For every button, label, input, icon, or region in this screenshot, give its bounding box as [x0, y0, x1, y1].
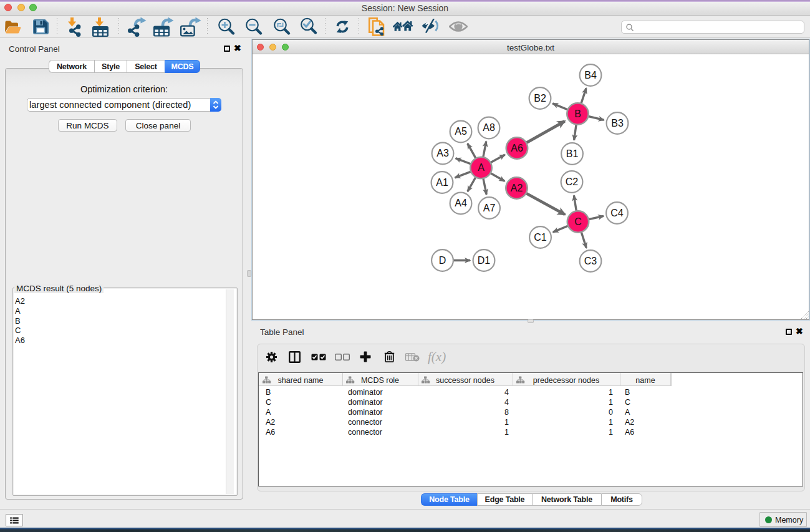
- svg-text:B4: B4: [584, 70, 597, 80]
- svg-text:A1: A1: [436, 177, 448, 188]
- svg-text:A8: A8: [483, 122, 495, 133]
- svg-text:B: B: [574, 109, 581, 119]
- svg-text:A7: A7: [483, 203, 496, 213]
- svg-text:C2: C2: [566, 177, 579, 187]
- svg-text:C3: C3: [584, 256, 597, 266]
- svg-text:B1: B1: [566, 148, 579, 159]
- svg-text:A2: A2: [511, 183, 523, 193]
- svg-text:A3: A3: [436, 148, 449, 158]
- svg-text:C4: C4: [610, 208, 624, 218]
- svg-text:D: D: [439, 255, 446, 266]
- svg-text:A: A: [478, 162, 485, 173]
- svg-text:A5: A5: [455, 126, 467, 137]
- svg-text:B2: B2: [534, 93, 546, 104]
- svg-text:A4: A4: [455, 198, 467, 208]
- svg-text:D1: D1: [478, 255, 491, 266]
- svg-text:A6: A6: [511, 143, 523, 153]
- svg-text:B3: B3: [611, 118, 624, 128]
- svg-text:C1: C1: [534, 232, 547, 243]
- svg-text:C: C: [574, 216, 582, 227]
